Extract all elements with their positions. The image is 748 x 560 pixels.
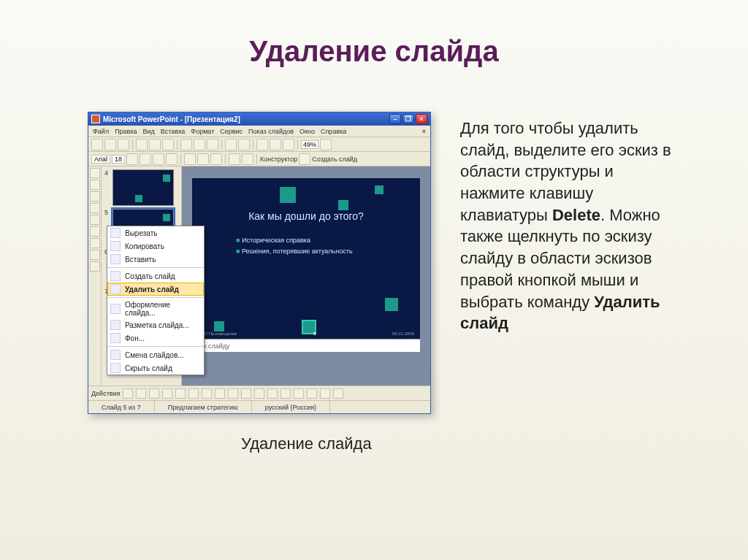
caption: Удаление слайда (241, 434, 431, 453)
tool-newslide-icon[interactable] (299, 153, 310, 165)
ctx-design[interactable]: Оформление слайда... (107, 299, 204, 318)
tool-preview-icon[interactable] (149, 139, 161, 150)
content-row: Microsoft PowerPoint - [Презентация2] – … (0, 112, 748, 453)
font-name-box[interactable]: Arial (91, 155, 110, 164)
tool-undo-icon[interactable] (225, 139, 237, 150)
ctx-background[interactable]: Фон... (107, 331, 204, 345)
ltool-5-icon[interactable] (90, 215, 100, 225)
draw-clipart-icon[interactable] (228, 388, 238, 399)
draw-line-icon[interactable] (149, 388, 159, 399)
menu-insert[interactable]: Вставка (161, 128, 185, 135)
newslide-label[interactable]: Создать слайд (312, 156, 357, 163)
menu-tools[interactable]: Сервис (220, 128, 243, 135)
tool-new-icon[interactable] (91, 139, 103, 150)
ctx-paste[interactable]: Вставить (107, 253, 204, 266)
tool-print-icon[interactable] (136, 139, 148, 150)
ctx-new-slide[interactable]: Создать слайд (107, 269, 204, 283)
minimize-button[interactable]: – (389, 114, 401, 124)
draw-3d-icon[interactable] (333, 388, 343, 399)
tool-abc-icon[interactable] (162, 139, 174, 150)
design-label[interactable]: Конструктор (260, 156, 297, 163)
ltool-7-icon[interactable] (90, 238, 100, 248)
tool-align-left-icon[interactable] (184, 153, 196, 165)
tool-numbering-icon[interactable] (242, 153, 253, 165)
deco-square-icon (385, 298, 398, 311)
ctx-layout[interactable]: Разметка слайда... (107, 318, 204, 331)
draw-autoshape-icon[interactable] (136, 388, 146, 399)
ctx-delete-slide[interactable]: Удалить слайд (107, 283, 204, 296)
draw-textbox-icon[interactable] (202, 388, 212, 399)
tool-cut-icon[interactable] (180, 139, 192, 150)
footer-right: 06.01.2006 (392, 331, 414, 336)
layout-icon (110, 320, 121, 330)
tool-help-icon[interactable] (320, 139, 332, 150)
footer-page: 5 (313, 331, 316, 336)
design-icon (110, 304, 121, 314)
tool-underline-icon[interactable] (153, 153, 164, 165)
menu-edit[interactable]: Правка (115, 128, 137, 135)
notes-pane[interactable]: ки к слайду (192, 339, 420, 352)
ctx-transition[interactable]: Смена слайдов... (107, 348, 204, 361)
draw-select-icon[interactable] (123, 388, 133, 399)
draw-arrow-icon[interactable] (162, 388, 172, 399)
draw-lineweight-icon[interactable] (280, 388, 291, 399)
doc-close-icon[interactable]: × (422, 128, 426, 135)
ltool-1-icon[interactable] (90, 168, 100, 178)
tool-redo-icon[interactable] (238, 139, 250, 150)
deleteslide-icon (110, 284, 121, 294)
draw-oval-icon[interactable] (188, 388, 199, 399)
close-button[interactable]: × (416, 114, 427, 124)
zoom-box[interactable]: 49% (301, 140, 318, 149)
menu-window[interactable]: Окно (299, 128, 315, 135)
ltool-8-icon[interactable] (90, 250, 100, 260)
pp-statusbar: Слайд 5 из 7 Предлагаем стратегию русски… (88, 400, 430, 413)
pp-menubar: Файл Правка Вид Вставка Формат Сервис По… (88, 126, 430, 137)
ltool-4-icon[interactable] (90, 203, 100, 213)
tool-bold-icon[interactable] (126, 153, 138, 165)
tool-bullets-icon[interactable] (229, 153, 240, 165)
menu-slideshow[interactable]: Показ слайдов (248, 128, 294, 135)
draw-arrowstyle-icon[interactable] (307, 388, 317, 399)
menu-view[interactable]: Вид (143, 128, 155, 135)
maximize-button[interactable]: ❐ (402, 114, 414, 124)
thumb-4[interactable]: 4 (104, 169, 178, 206)
menu-file[interactable]: Файл (93, 128, 109, 135)
draw-fontcolor-icon[interactable] (267, 388, 278, 399)
tool-paste-icon[interactable] (207, 139, 218, 150)
ltool-3-icon[interactable] (90, 191, 100, 202)
description-text: Для того чтобы удалить слайд, выделите е… (460, 112, 682, 453)
main-slide[interactable]: Как мы дошли до этого? Историческая спра… (192, 178, 420, 339)
ltool-2-icon[interactable] (90, 180, 100, 190)
bullet-2: Решения, потерявшие актуальность (236, 246, 420, 257)
tool-open-icon[interactable] (104, 139, 116, 150)
tool-align-right-icon[interactable] (210, 153, 222, 165)
ctx-copy[interactable]: Копировать (107, 239, 204, 253)
draw-fill-icon[interactable] (241, 388, 251, 399)
draw-dash-icon[interactable] (294, 388, 304, 399)
deco-square-icon (280, 187, 296, 203)
draw-shadow-icon[interactable] (320, 388, 330, 399)
pp-left-toolbar (88, 166, 102, 386)
ltool-6-icon[interactable] (90, 226, 100, 237)
tool-table-icon[interactable] (270, 139, 281, 150)
tool-italic-icon[interactable] (140, 153, 151, 165)
tool-save-icon[interactable] (118, 139, 129, 150)
ctx-cut[interactable]: Вырезать (107, 226, 204, 239)
draw-linecolor-icon[interactable] (254, 388, 264, 399)
draw-rect-icon[interactable] (175, 388, 186, 399)
actions-label[interactable]: Действия (91, 390, 120, 397)
font-size-box[interactable]: 18 (112, 155, 125, 164)
tool-shadow-icon[interactable] (166, 153, 178, 165)
ctx-hide-slide[interactable]: Скрыть слайд (107, 361, 204, 375)
tool-chart-icon[interactable] (256, 139, 268, 150)
draw-wordart-icon[interactable] (215, 388, 225, 399)
tool-copy-icon[interactable] (194, 139, 205, 150)
menu-help[interactable]: Справка (321, 128, 346, 135)
copy-icon (110, 241, 121, 251)
context-menu: Вырезать Копировать Вставить Создать сла… (107, 226, 205, 375)
menu-format[interactable]: Формат (191, 128, 214, 135)
ltool-9-icon[interactable] (90, 261, 100, 272)
tool-align-center-icon[interactable] (197, 153, 209, 165)
transition-icon (110, 350, 121, 360)
tool-link-icon[interactable] (283, 139, 294, 150)
